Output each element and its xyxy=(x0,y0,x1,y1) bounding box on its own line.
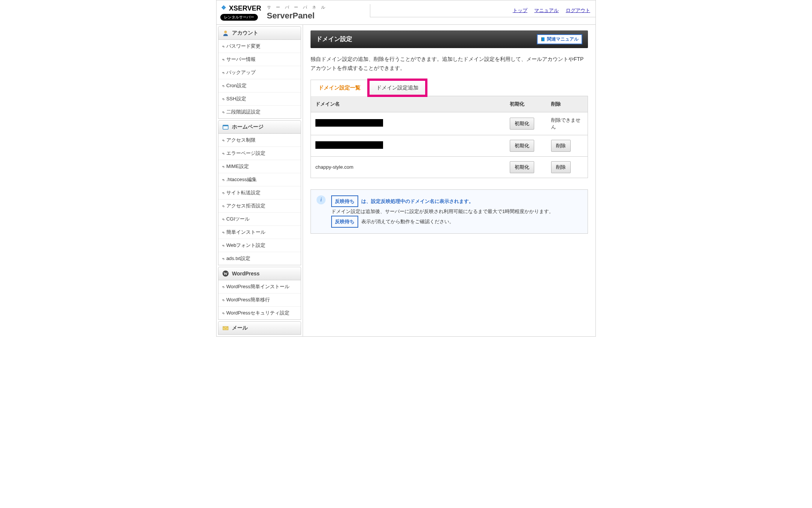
col-delete: 削除 xyxy=(547,96,588,112)
sidebar-item-password[interactable]: パスワード変更 xyxy=(218,40,301,53)
init-button[interactable]: 初期化 xyxy=(510,140,534,152)
sidebar: アカウント パスワード変更 サーバー情報 バックアップ Cron設定 SSH設定… xyxy=(217,25,303,336)
nav-top[interactable]: トップ xyxy=(513,8,527,13)
sidebar-section-label: ホームページ xyxy=(232,124,264,130)
table-row: chappy-style.com 初期化 削除 xyxy=(311,156,588,178)
sidebar-item-easy-install[interactable]: 簡単インストール xyxy=(218,226,301,239)
sidebar-header-wordpress[interactable]: W WordPress xyxy=(218,267,301,280)
wait-badge: 反映待ち xyxy=(331,195,358,207)
sidebar-item-wp-security[interactable]: WordPressセキュリティ設定 xyxy=(218,307,301,319)
wordpress-icon: W xyxy=(222,270,229,277)
panel-title: ServerPanel xyxy=(267,11,327,21)
col-init: 初期化 xyxy=(505,96,547,112)
sidebar-item-error-page[interactable]: エラーページ設定 xyxy=(218,147,301,160)
sidebar-header-mail[interactable]: メール xyxy=(218,321,301,335)
info-box: i 反映待ち は、設定反映処理中のドメイン名に表示されます。 ドメイン設定は追加… xyxy=(311,189,588,234)
person-icon xyxy=(222,30,229,36)
domain-table: ドメイン名 初期化 削除 初期化 削除できません 初期化 削除 xyxy=(311,96,588,178)
delete-unavailable-text: 削除できません xyxy=(551,117,580,130)
info-line2-text: 表示が消えてから動作をご確認ください。 xyxy=(361,219,454,224)
table-row: 初期化 削除 xyxy=(311,135,588,156)
sidebar-item-cgi[interactable]: CGIツール xyxy=(218,213,301,226)
nav-manual[interactable]: マニュアル xyxy=(534,8,559,13)
sidebar-item-wp-install[interactable]: WordPress簡単インストール xyxy=(218,280,301,293)
sidebar-item-htaccess[interactable]: .htaccess編集 xyxy=(218,173,301,186)
info-line2: 反映待ち 表示が消えてから動作をご確認ください。 xyxy=(331,216,554,227)
info-icon: i xyxy=(317,195,326,204)
init-button[interactable]: 初期化 xyxy=(510,118,534,130)
sidebar-item-ssh[interactable]: SSH設定 xyxy=(218,92,301,106)
sidebar-section-label: WordPress xyxy=(232,271,260,277)
info-line1: ドメイン設定は追加後、サーバーに設定が反映され利用可能になるまで最大で1時間程度… xyxy=(331,207,554,216)
page-description: 独自ドメイン設定の追加、削除を行うことができます。追加したドメイン設定を利用して… xyxy=(311,55,588,73)
sidebar-item-site-redirect[interactable]: サイト転送設定 xyxy=(218,186,301,200)
main-content: ドメイン設定 関連マニュアル 独自ドメイン設定の追加、削除を行うことができます。… xyxy=(303,25,595,336)
brand-text: XSERVER xyxy=(229,5,261,12)
info-title-line: 反映待ち は、設定反映処理中のドメイン名に表示されます。 xyxy=(331,195,554,207)
sidebar-item-adstxt[interactable]: ads.txt設定 xyxy=(218,252,301,265)
init-button[interactable]: 初期化 xyxy=(510,161,534,173)
sidebar-section-label: アカウント xyxy=(232,30,258,36)
delete-button[interactable]: 削除 xyxy=(551,161,571,173)
tab-domain-list[interactable]: ドメイン設定一覧 xyxy=(311,80,368,96)
top-navigation: トップ マニュアル ログアウト xyxy=(370,4,595,17)
related-manual-button[interactable]: 関連マニュアル xyxy=(537,34,582,44)
svg-rect-6 xyxy=(223,125,228,126)
header: XSERVER レンタルサーバー サ ー バ ー パ ネ ル ServerPan… xyxy=(217,4,595,25)
sidebar-item-access-deny[interactable]: アクセス拒否設定 xyxy=(218,200,301,213)
svg-point-4 xyxy=(224,31,227,33)
domain-name: chappy-style.com xyxy=(315,164,353,170)
info-title-text: は、設定反映処理中のドメイン名に表示されます。 xyxy=(361,198,474,204)
rental-badge: レンタルサーバー xyxy=(220,14,258,21)
sidebar-header-account[interactable]: アカウント xyxy=(218,26,301,40)
domain-redacted xyxy=(315,141,383,149)
svg-text:W: W xyxy=(224,271,228,276)
tab-domain-add[interactable]: ドメイン設定追加 xyxy=(368,80,426,96)
sidebar-item-access-limit[interactable]: アクセス制限 xyxy=(218,134,301,147)
sidebar-item-server-info[interactable]: サーバー情報 xyxy=(218,53,301,66)
sidebar-item-wp-migrate[interactable]: WordPress簡単移行 xyxy=(218,293,301,307)
sidebar-item-mime[interactable]: MIME設定 xyxy=(218,160,301,173)
window-icon xyxy=(222,124,229,130)
nav-logout[interactable]: ログアウト xyxy=(566,8,590,13)
wait-badge: 反映待ち xyxy=(331,216,358,227)
panel-subtitle: サ ー バ ー パ ネ ル xyxy=(267,5,327,10)
domain-redacted xyxy=(315,119,383,127)
page-title: ドメイン設定 xyxy=(316,35,352,43)
sidebar-section-label: メール xyxy=(232,325,248,331)
sidebar-item-webfont[interactable]: Webフォント設定 xyxy=(218,239,301,252)
col-domain: ドメイン名 xyxy=(311,96,505,112)
table-row: 初期化 削除できません xyxy=(311,112,588,135)
xserver-icon xyxy=(220,4,227,13)
sidebar-item-2fa[interactable]: 二段階認証設定 xyxy=(218,106,301,118)
sidebar-header-homepage[interactable]: ホームページ xyxy=(218,120,301,134)
mail-icon xyxy=(222,325,229,331)
delete-button[interactable]: 削除 xyxy=(551,140,571,152)
xserver-logo: XSERVER レンタルサーバー xyxy=(220,4,261,21)
sidebar-item-cron[interactable]: Cron設定 xyxy=(218,79,301,92)
sidebar-item-backup[interactable]: バックアップ xyxy=(218,66,301,79)
